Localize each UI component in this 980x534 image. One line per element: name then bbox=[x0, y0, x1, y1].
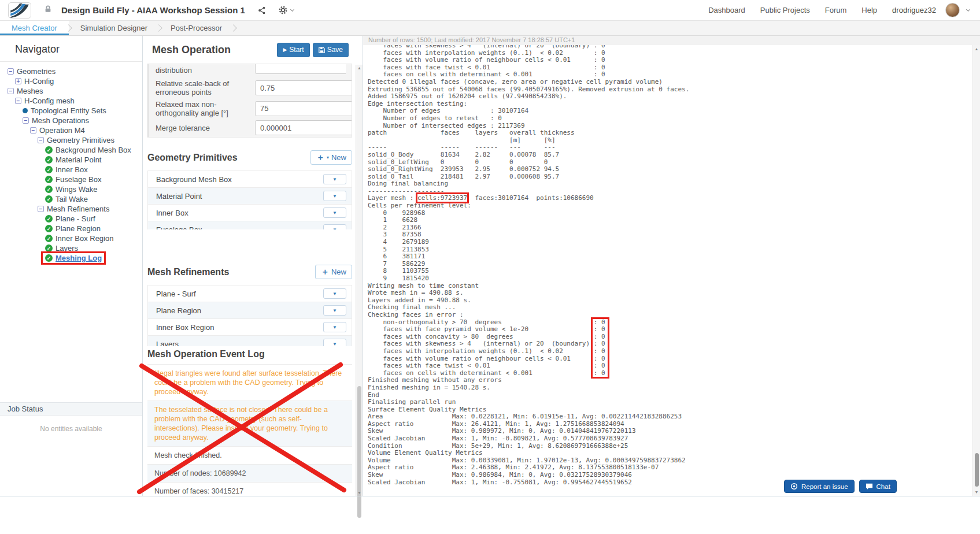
tree-item[interactable]: Plane - Surf bbox=[0, 214, 142, 224]
geometry-primitive-row[interactable]: Inner Box ▼ bbox=[148, 205, 352, 221]
row-dropdown-button[interactable]: ▼ bbox=[323, 174, 346, 184]
row-dropdown-button[interactable]: ▼ bbox=[323, 191, 346, 201]
row-dropdown-button[interactable]: ▼ bbox=[323, 339, 346, 346]
tree-item[interactable]: Inner Box Region bbox=[0, 233, 142, 243]
tree-item[interactable]: Material Point bbox=[0, 155, 142, 165]
log-body: faces with skewness > 4 (internal) or 20… bbox=[363, 45, 972, 496]
tree-item[interactable]: Layers bbox=[0, 243, 142, 253]
log-meta-bar: Number of rows: 1500; Last modified: 201… bbox=[363, 36, 980, 45]
geometry-primitives-new-button[interactable]: ＋ ▾ New bbox=[310, 150, 352, 165]
dropdown-caret-icon: ▼ bbox=[332, 291, 337, 296]
tree-item[interactable]: Fuselage Box bbox=[0, 175, 142, 184]
scrollbar-thumb[interactable] bbox=[975, 453, 979, 487]
form-field-row: Merge tolerance bbox=[156, 120, 346, 135]
bottom-border bbox=[0, 496, 980, 496]
mesh-refinements-list: Plane - Surf ▼ Plane Region ▼ Inner Box … bbox=[147, 285, 352, 346]
tree-item[interactable]: Geometry Primitives bbox=[0, 135, 142, 145]
scroll-down-icon[interactable]: ▼ bbox=[973, 490, 980, 494]
share-icon[interactable] bbox=[258, 6, 266, 14]
middle-scrollbar[interactable]: ▲ ▼ bbox=[356, 65, 363, 496]
tree-item[interactable]: H-Config bbox=[0, 76, 142, 86]
dropdown-caret-icon: ▼ bbox=[332, 227, 337, 230]
navigator-title: Navigator bbox=[0, 36, 142, 55]
event-log-section: Mesh Operation Event Log Illegal triangl… bbox=[147, 349, 352, 496]
tree-item[interactable]: Mesh Refinements bbox=[0, 204, 142, 214]
row-dropdown-button[interactable]: ▼ bbox=[323, 207, 346, 218]
header-nav-link[interactable]: Dashboard bbox=[708, 6, 745, 14]
mesh-refinement-row[interactable]: Plane Region ▼ bbox=[148, 302, 352, 319]
collapse-icon bbox=[38, 137, 44, 143]
header-nav-link[interactable]: Help bbox=[861, 6, 877, 14]
field-input[interactable] bbox=[255, 64, 346, 74]
mesh-refinement-row[interactable]: Plane - Surf ▼ bbox=[148, 285, 352, 302]
dropdown-caret-icon: ▼ bbox=[332, 308, 337, 313]
workflow-tab[interactable]: Mesh Creator bbox=[0, 21, 69, 35]
header-nav-link[interactable]: Public Projects bbox=[760, 6, 810, 14]
check-icon bbox=[45, 166, 53, 173]
tree-item[interactable]: H-Config mesh bbox=[0, 96, 142, 106]
check-icon bbox=[45, 225, 53, 232]
geometry-primitive-row[interactable]: Material Point ▼ bbox=[148, 188, 352, 205]
tree-item[interactable]: Meshing Log bbox=[0, 253, 142, 263]
collapse-icon bbox=[8, 68, 14, 75]
mesh-refinements-section: Mesh Refinements ＋ New Plane - Surf ▼ Pl… bbox=[147, 265, 352, 346]
scroll-up-icon[interactable]: ▲ bbox=[356, 66, 363, 70]
mesh-log-text: faces with skewness > 4 (internal) or 20… bbox=[363, 45, 972, 486]
save-floppy-icon bbox=[319, 47, 325, 53]
report-issue-button[interactable]: Report an issue bbox=[784, 480, 855, 493]
mesh-refinement-row[interactable]: Layers ▼ bbox=[148, 336, 352, 346]
mesh-refinement-row[interactable]: Inner Box Region ▼ bbox=[148, 319, 352, 336]
tree-item[interactable]: Mesh Operations bbox=[0, 116, 142, 125]
check-icon bbox=[45, 244, 53, 252]
form-field-row: Relative scale-back of erroneous points bbox=[156, 79, 346, 97]
job-status-header[interactable]: Job Status bbox=[0, 402, 142, 416]
chat-button[interactable]: Chat bbox=[859, 480, 897, 493]
workflow-tabbar: Mesh CreatorSimulation DesignerPost-Proc… bbox=[0, 21, 980, 36]
event-log-entry: The tesselated surface is not closed. Th… bbox=[147, 401, 352, 447]
row-dropdown-button[interactable]: ▼ bbox=[323, 288, 346, 299]
user-avatar[interactable] bbox=[945, 3, 960, 17]
event-log-entry: Mesh check finished. bbox=[147, 447, 352, 465]
tree-item[interactable]: Operation M4 bbox=[0, 125, 142, 135]
check-icon bbox=[45, 195, 53, 203]
tree-item[interactable]: Tail Wake bbox=[0, 194, 142, 204]
mesh-operation-form: distribution Relative scale-back of erro… bbox=[147, 64, 352, 138]
workflow-tab[interactable]: Post-Processor bbox=[159, 21, 234, 35]
settings-gear-icon[interactable] bbox=[279, 6, 294, 14]
save-button[interactable]: Save bbox=[313, 43, 349, 57]
row-dropdown-button[interactable]: ▼ bbox=[323, 224, 346, 229]
event-log-entry: Illegal triangles were found after surfa… bbox=[147, 365, 352, 401]
collapse-icon bbox=[38, 206, 44, 212]
tree-item[interactable]: Geometries bbox=[0, 66, 142, 76]
mesh-refinements-new-button[interactable]: ＋ New bbox=[315, 265, 352, 279]
top-header: Design Build Fly - AIAA Workshop Session… bbox=[0, 0, 980, 21]
log-scrollbar[interactable]: ▲ ▼ bbox=[972, 45, 980, 496]
tree-item[interactable]: Meshes bbox=[0, 86, 142, 96]
collapse-icon bbox=[15, 98, 21, 104]
workflow-tab[interactable]: Simulation Designer bbox=[69, 21, 159, 35]
scroll-up-icon[interactable]: ▲ bbox=[973, 47, 980, 51]
field-input[interactable] bbox=[255, 101, 352, 116]
row-dropdown-button[interactable]: ▼ bbox=[323, 322, 346, 332]
tree-item[interactable]: Topological Entity Sets bbox=[0, 106, 142, 116]
header-nav: DashboardPublic ProjectsForumHelp bbox=[708, 6, 877, 14]
header-nav-link[interactable]: Forum bbox=[825, 6, 847, 14]
username-menu[interactable]: drodriguez32 bbox=[892, 6, 936, 14]
check-icon bbox=[45, 186, 53, 193]
tree-item[interactable]: Plane Region bbox=[0, 224, 142, 233]
field-input[interactable] bbox=[255, 120, 352, 135]
event-log-entry: Number of nodes: 10689942 bbox=[147, 465, 352, 483]
tree-item[interactable]: Wings Wake bbox=[0, 184, 142, 194]
start-button[interactable]: ▶Start bbox=[277, 43, 309, 57]
job-status-section: Job Status No entities available bbox=[0, 402, 142, 433]
field-input[interactable] bbox=[255, 80, 352, 95]
scroll-down-icon[interactable]: ▼ bbox=[356, 491, 363, 495]
user-menu-caret-icon[interactable] bbox=[966, 7, 970, 11]
geometry-primitive-row[interactable]: Fuselage Box ▼ bbox=[148, 221, 352, 229]
tree-item[interactable]: Inner Box bbox=[0, 165, 142, 175]
tree-item[interactable]: Background Mesh Box bbox=[0, 145, 142, 155]
row-dropdown-button[interactable]: ▼ bbox=[323, 305, 346, 316]
scrollbar-thumb[interactable] bbox=[357, 386, 361, 518]
meshing-log-panel: Number of rows: 1500; Last modified: 201… bbox=[363, 36, 980, 496]
geometry-primitive-row[interactable]: Background Mesh Box ▼ bbox=[148, 171, 352, 188]
